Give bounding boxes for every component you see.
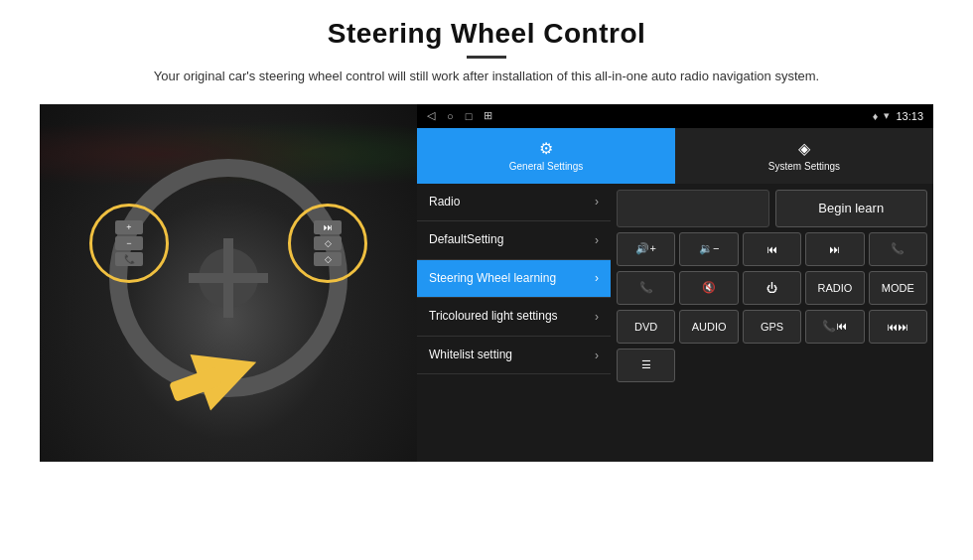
page-title: Steering Wheel Control: [154, 18, 819, 50]
skip-combo-icon: ⏮⏭: [887, 321, 908, 333]
arrow-container: [199, 343, 258, 402]
general-settings-icon: ⚙: [539, 139, 553, 158]
phone-icon: 📞: [891, 242, 904, 255]
button-grid-row2: 📞 🔇 ⏻ RADIO MODE: [617, 271, 927, 305]
radio-mode-btn[interactable]: RADIO: [805, 271, 864, 305]
mute-icon: 🔇: [702, 281, 716, 294]
status-left: ◁ ○ □ ⊞: [427, 109, 492, 122]
audio-btn[interactable]: AUDIO: [679, 310, 738, 344]
skip-btn: ⏭: [314, 220, 342, 234]
system-settings-icon: ◈: [798, 139, 810, 158]
next-track-icon: ⏭: [829, 243, 840, 255]
phone-prev-icon: 📞⏮: [822, 320, 847, 333]
audio-text: AUDIO: [692, 321, 727, 333]
tab-general-label: General Settings: [509, 161, 584, 172]
spoke-vertical: [223, 238, 233, 318]
tab-system-settings[interactable]: ◈ System Settings: [675, 128, 933, 184]
radio-row: Begin learn: [617, 190, 927, 227]
menu-radio-label: Radio: [429, 195, 460, 210]
controls-panel: Begin learn 🔊+ 🔉− ⏮: [611, 184, 933, 462]
prev-track-icon: ⏮: [766, 243, 777, 255]
dvd-btn[interactable]: DVD: [617, 310, 675, 344]
menu-list: Radio › DefaultSetting › Steering Wheel …: [417, 184, 611, 462]
power-btn[interactable]: ⏻: [743, 271, 801, 305]
menu-item-default[interactable]: DefaultSetting ›: [417, 221, 611, 260]
chevron-steering-icon: ›: [595, 271, 599, 285]
title-section: Steering Wheel Control Your original car…: [154, 18, 819, 98]
steering-wheel-image: + − 📞 ⏭ ◇ ◇: [40, 104, 417, 462]
answer-btn[interactable]: 📞: [617, 271, 675, 305]
radio-text: RADIO: [817, 282, 852, 294]
list-btn[interactable]: ☰: [617, 349, 675, 382]
mode-btn: ◇: [314, 236, 342, 250]
chevron-whitelist-icon: ›: [595, 349, 599, 362]
status-bar: ◁ ○ □ ⊞ ♦ ▾ 13:13: [417, 104, 933, 128]
menu-whitelist-label: Whitelist setting: [429, 348, 512, 363]
home-icon: ○: [447, 110, 454, 122]
content-area: + − 📞 ⏭ ◇ ◇ ◁ ○ □ ⊞: [40, 104, 933, 462]
vol-down-btn[interactable]: 🔉−: [679, 232, 738, 266]
vol-minus-btn: −: [115, 236, 143, 250]
button-grid-row1: 🔊+ 🔉− ⏮ ⏭ 📞: [617, 232, 927, 266]
chevron-default-icon: ›: [595, 233, 599, 247]
mode-text: MODE: [882, 282, 914, 294]
apps-icon: ⊞: [484, 109, 492, 122]
vol-up-icon: 🔊+: [635, 242, 655, 255]
answer-icon: 📞: [639, 281, 653, 294]
nav-btn: ◇: [314, 252, 342, 266]
status-right: ♦ ▾ 13:13: [873, 109, 923, 122]
mode-btn[interactable]: MODE: [869, 271, 927, 305]
subtitle: Your original car's steering wheel contr…: [154, 67, 819, 86]
call-btn: 📞: [115, 252, 143, 266]
main-content: Radio › DefaultSetting › Steering Wheel …: [417, 184, 933, 462]
dvd-text: DVD: [634, 321, 657, 333]
android-screen: ◁ ○ □ ⊞ ♦ ▾ 13:13 ⚙ General Settings: [417, 104, 933, 462]
list-icon: ☰: [641, 358, 651, 371]
title-divider: [467, 56, 506, 59]
tab-general-settings[interactable]: ⚙ General Settings: [417, 128, 675, 184]
tab-system-label: System Settings: [768, 161, 840, 172]
menu-tricoloured-label: Tricoloured light settings: [429, 309, 558, 325]
vol-plus-btn: +: [115, 220, 143, 234]
vol-up-btn[interactable]: 🔊+: [617, 232, 675, 266]
gps-status-icon: ♦: [873, 110, 879, 122]
begin-learn-button[interactable]: Begin learn: [775, 190, 928, 227]
menu-item-tricoloured[interactable]: Tricoloured light settings ›: [417, 298, 611, 337]
page-container: Steering Wheel Control Your original car…: [0, 0, 973, 560]
signal-icon: ▾: [884, 109, 890, 122]
prev-track-btn[interactable]: ⏮: [743, 232, 801, 266]
menu-steering-label: Steering Wheel learning: [429, 271, 556, 287]
phone-prev-btn[interactable]: 📞⏮: [805, 310, 864, 344]
radio-input-box: [617, 190, 769, 227]
gps-text: GPS: [761, 321, 783, 333]
menu-default-label: DefaultSetting: [429, 232, 503, 248]
vol-down-icon: 🔉−: [699, 242, 719, 255]
menu-item-radio[interactable]: Radio ›: [417, 184, 611, 222]
chevron-tricoloured-icon: ›: [595, 310, 599, 324]
left-button-circle: + − 📞: [89, 204, 169, 283]
clock: 13:13: [896, 110, 923, 122]
mute-btn[interactable]: 🔇: [679, 271, 738, 305]
recents-icon: □: [466, 110, 473, 122]
button-grid-row4: ☰: [617, 349, 927, 382]
gps-btn[interactable]: GPS: [743, 310, 801, 344]
direction-arrow: [191, 334, 267, 410]
skip-combo-btn[interactable]: ⏮⏭: [869, 310, 927, 344]
menu-item-whitelist[interactable]: Whitelist setting ›: [417, 337, 611, 375]
phone-btn[interactable]: 📞: [869, 232, 927, 266]
menu-item-steering[interactable]: Steering Wheel learning ›: [417, 260, 611, 299]
tab-bar: ⚙ General Settings ◈ System Settings: [417, 128, 933, 184]
back-icon: ◁: [427, 109, 435, 122]
power-icon: ⏻: [766, 282, 777, 294]
next-track-btn[interactable]: ⏭: [805, 232, 864, 266]
right-button-circle: ⏭ ◇ ◇: [288, 204, 367, 283]
chevron-radio-icon: ›: [595, 195, 599, 209]
button-grid-row3: DVD AUDIO GPS 📞⏮ ⏮⏭: [617, 310, 927, 344]
